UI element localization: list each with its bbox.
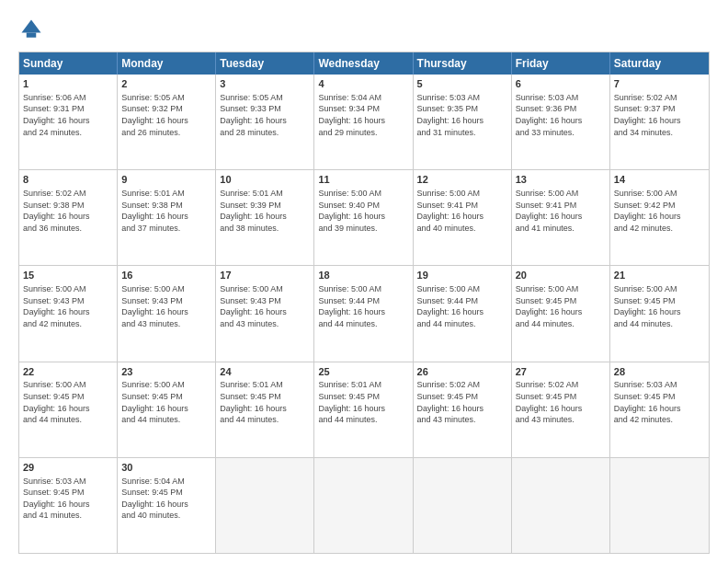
day-info: Sunrise: 5:02 AMSunset: 9:38 PMDaylight:… (23, 188, 113, 234)
calendar-cell: 26Sunrise: 5:02 AMSunset: 9:45 PMDayligh… (414, 362, 512, 457)
day-number: 11 (318, 173, 408, 187)
day-number: 19 (417, 269, 507, 282)
svg-marker-0 (22, 20, 41, 33)
day-number: 3 (220, 77, 310, 91)
calendar-cell: 14Sunrise: 5:00 AMSunset: 9:42 PMDayligh… (610, 170, 709, 265)
calendar-row: 1Sunrise: 5:06 AMSunset: 9:31 PMDaylight… (19, 75, 709, 169)
calendar-cell (512, 458, 610, 553)
day-number: 22 (23, 365, 113, 379)
logo-icon (18, 17, 44, 42)
calendar-cell: 4Sunrise: 5:04 AMSunset: 9:34 PMDaylight… (314, 75, 413, 169)
day-info: Sunrise: 5:00 AMSunset: 9:41 PMDaylight:… (417, 188, 507, 234)
day-info: Sunrise: 5:04 AMSunset: 9:45 PMDaylight:… (121, 476, 211, 522)
day-number: 26 (417, 365, 507, 379)
calendar-cell (216, 458, 314, 553)
calendar-cell: 16Sunrise: 5:00 AMSunset: 9:43 PMDayligh… (118, 266, 216, 361)
day-info: Sunrise: 5:00 AMSunset: 9:44 PMDaylight:… (417, 283, 507, 329)
day-number: 17 (220, 269, 310, 282)
day-number: 8 (23, 173, 113, 187)
header-day: Thursday (414, 52, 512, 75)
calendar-cell: 30Sunrise: 5:04 AMSunset: 9:45 PMDayligh… (118, 458, 216, 553)
day-info: Sunrise: 5:03 AMSunset: 9:45 PMDaylight:… (23, 476, 113, 522)
header (18, 17, 710, 42)
page: SundayMondayTuesdayWednesdayThursdayFrid… (0, 0, 728, 563)
day-info: Sunrise: 5:00 AMSunset: 9:42 PMDaylight:… (614, 188, 705, 234)
calendar-cell: 7Sunrise: 5:02 AMSunset: 9:37 PMDaylight… (610, 75, 709, 169)
calendar-cell (414, 458, 512, 553)
calendar-cell (610, 458, 709, 553)
day-info: Sunrise: 5:04 AMSunset: 9:34 PMDaylight:… (318, 92, 408, 138)
day-info: Sunrise: 5:01 AMSunset: 9:45 PMDaylight:… (220, 379, 310, 425)
calendar-cell: 13Sunrise: 5:00 AMSunset: 9:41 PMDayligh… (512, 170, 610, 265)
day-info: Sunrise: 5:00 AMSunset: 9:43 PMDaylight:… (220, 283, 310, 329)
day-number: 30 (121, 461, 211, 475)
header-day: Monday (118, 52, 216, 75)
calendar-cell: 25Sunrise: 5:01 AMSunset: 9:45 PMDayligh… (314, 362, 413, 457)
calendar-cell: 19Sunrise: 5:00 AMSunset: 9:44 PMDayligh… (414, 266, 512, 361)
day-info: Sunrise: 5:01 AMSunset: 9:38 PMDaylight:… (121, 188, 211, 234)
day-number: 10 (220, 173, 310, 187)
day-number: 27 (516, 365, 606, 379)
day-info: Sunrise: 5:00 AMSunset: 9:45 PMDaylight:… (614, 283, 705, 329)
calendar-cell: 3Sunrise: 5:05 AMSunset: 9:33 PMDaylight… (216, 75, 314, 169)
day-info: Sunrise: 5:00 AMSunset: 9:40 PMDaylight:… (318, 188, 408, 234)
day-info: Sunrise: 5:05 AMSunset: 9:33 PMDaylight:… (220, 92, 310, 138)
day-number: 25 (318, 365, 408, 379)
day-number: 1 (23, 77, 113, 91)
day-number: 24 (220, 365, 310, 379)
header-day: Saturday (610, 52, 709, 75)
calendar-cell: 24Sunrise: 5:01 AMSunset: 9:45 PMDayligh… (216, 362, 314, 457)
calendar-row: 15Sunrise: 5:00 AMSunset: 9:43 PMDayligh… (19, 265, 709, 361)
day-number: 4 (318, 77, 408, 91)
day-number: 14 (614, 173, 705, 187)
day-info: Sunrise: 5:00 AMSunset: 9:45 PMDaylight:… (23, 379, 113, 425)
day-number: 15 (23, 269, 113, 282)
day-info: Sunrise: 5:00 AMSunset: 9:45 PMDaylight:… (516, 283, 606, 329)
day-number: 2 (121, 77, 211, 91)
calendar-cell: 8Sunrise: 5:02 AMSunset: 9:38 PMDaylight… (19, 170, 118, 265)
day-info: Sunrise: 5:01 AMSunset: 9:39 PMDaylight:… (220, 188, 310, 234)
day-number: 23 (121, 365, 211, 379)
header-day: Friday (512, 52, 610, 75)
calendar-row: 29Sunrise: 5:03 AMSunset: 9:45 PMDayligh… (19, 457, 709, 553)
day-number: 16 (121, 269, 211, 282)
calendar-cell: 28Sunrise: 5:03 AMSunset: 9:45 PMDayligh… (610, 362, 709, 457)
calendar-cell (314, 458, 413, 553)
calendar-body: 1Sunrise: 5:06 AMSunset: 9:31 PMDaylight… (19, 75, 709, 553)
calendar-cell: 5Sunrise: 5:03 AMSunset: 9:35 PMDaylight… (414, 75, 512, 169)
calendar-cell: 2Sunrise: 5:05 AMSunset: 9:32 PMDaylight… (118, 75, 216, 169)
svg-rect-1 (27, 33, 37, 38)
day-number: 9 (121, 173, 211, 187)
day-info: Sunrise: 5:00 AMSunset: 9:44 PMDaylight:… (318, 283, 408, 329)
calendar-cell: 29Sunrise: 5:03 AMSunset: 9:45 PMDayligh… (19, 458, 118, 553)
calendar-cell: 6Sunrise: 5:03 AMSunset: 9:36 PMDaylight… (512, 75, 610, 169)
header-day: Tuesday (216, 52, 314, 75)
calendar-header: SundayMondayTuesdayWednesdayThursdayFrid… (19, 52, 709, 75)
calendar-cell: 9Sunrise: 5:01 AMSunset: 9:38 PMDaylight… (118, 170, 216, 265)
day-number: 13 (516, 173, 606, 187)
day-number: 6 (516, 77, 606, 91)
calendar-cell: 10Sunrise: 5:01 AMSunset: 9:39 PMDayligh… (216, 170, 314, 265)
header-day: Sunday (19, 52, 118, 75)
calendar-cell: 27Sunrise: 5:02 AMSunset: 9:45 PMDayligh… (512, 362, 610, 457)
day-number: 7 (614, 77, 705, 91)
day-info: Sunrise: 5:02 AMSunset: 9:45 PMDaylight:… (417, 379, 507, 425)
logo (18, 17, 50, 42)
day-number: 5 (417, 77, 507, 91)
day-number: 18 (318, 269, 408, 282)
header-day: Wednesday (314, 52, 413, 75)
day-info: Sunrise: 5:03 AMSunset: 9:45 PMDaylight:… (614, 379, 705, 425)
calendar-cell: 1Sunrise: 5:06 AMSunset: 9:31 PMDaylight… (19, 75, 118, 169)
day-number: 21 (614, 269, 705, 282)
day-info: Sunrise: 5:02 AMSunset: 9:45 PMDaylight:… (516, 379, 606, 425)
day-number: 20 (516, 269, 606, 282)
day-info: Sunrise: 5:03 AMSunset: 9:35 PMDaylight:… (417, 92, 507, 138)
day-info: Sunrise: 5:06 AMSunset: 9:31 PMDaylight:… (23, 92, 113, 138)
day-info: Sunrise: 5:00 AMSunset: 9:43 PMDaylight:… (121, 283, 211, 329)
day-number: 12 (417, 173, 507, 187)
calendar: SundayMondayTuesdayWednesdayThursdayFrid… (18, 52, 710, 554)
day-info: Sunrise: 5:01 AMSunset: 9:45 PMDaylight:… (318, 379, 408, 425)
calendar-cell: 18Sunrise: 5:00 AMSunset: 9:44 PMDayligh… (314, 266, 413, 361)
calendar-cell: 21Sunrise: 5:00 AMSunset: 9:45 PMDayligh… (610, 266, 709, 361)
calendar-cell: 12Sunrise: 5:00 AMSunset: 9:41 PMDayligh… (414, 170, 512, 265)
